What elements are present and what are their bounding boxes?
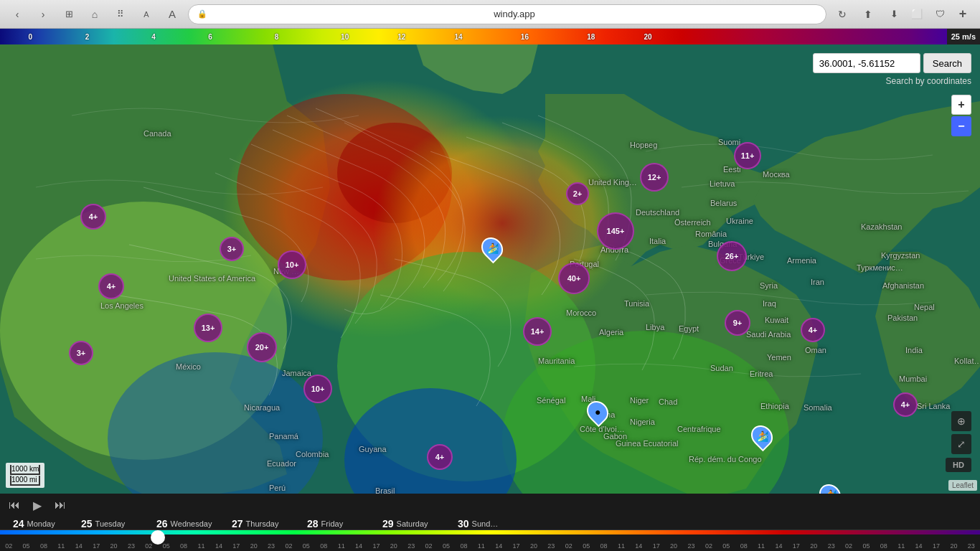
fullscreen-button[interactable]: ⤢ <box>951 434 971 454</box>
timeline-day-1: 25Tuesday <box>81 518 125 529</box>
apps-button[interactable]: ⠿ <box>110 4 131 24</box>
cluster-marker-c2[interactable]: 3+ <box>220 237 244 261</box>
font-larger-button[interactable]: A <box>162 4 182 24</box>
tick-label: 17 <box>933 542 940 550</box>
plus-button[interactable]: + <box>953 4 973 24</box>
reload-button[interactable]: ↻ <box>832 4 852 24</box>
home-button[interactable]: ⌂ <box>85 4 105 24</box>
tab-overview-button[interactable]: ⊞ <box>59 4 79 24</box>
sidebar-button[interactable]: ⬜ <box>907 4 927 24</box>
pin-marker-p1[interactable]: 🏄 <box>482 237 502 260</box>
tick-label: 05 <box>583 542 590 550</box>
cluster-marker-c18[interactable]: 4+ <box>801 318 825 342</box>
tick-label: 02 <box>565 542 573 550</box>
tick-label: 23 <box>128 542 135 550</box>
tick-label: 05 <box>443 542 450 550</box>
tick-label: 20 <box>810 542 817 550</box>
legend-bar: 0 2 4 6 8 10 12 14 16 18 20 25 m/s <box>0 29 980 44</box>
tick-label: 14 <box>355 542 362 550</box>
cluster-marker-c9[interactable]: 4+ <box>427 444 453 470</box>
tick-label: 08 <box>880 542 887 550</box>
tick-label: 02 <box>845 542 852 550</box>
attribution[interactable]: Leaflet <box>948 480 977 491</box>
back-button[interactable]: ‹ <box>7 4 27 24</box>
cluster-marker-c10[interactable]: 14+ <box>523 317 552 346</box>
shield-button[interactable]: 🛡 <box>930 4 950 24</box>
tick-label: 14 <box>775 542 782 550</box>
tick-label: 20 <box>670 542 677 550</box>
cluster-marker-c5[interactable]: 10+ <box>278 250 306 279</box>
cluster-marker-c16[interactable]: 26+ <box>717 241 747 271</box>
cluster-marker-c8[interactable]: 10+ <box>303 375 332 403</box>
legend-label-4: 4 <box>151 33 156 41</box>
timeline-cursor[interactable] <box>151 530 165 545</box>
legend-label-10: 10 <box>341 33 349 41</box>
map-controls: + − <box>951 95 971 136</box>
timeline-forward-button[interactable]: ⏭ <box>52 496 69 514</box>
tick-label: 23 <box>688 542 695 550</box>
tick-label: 08 <box>740 542 748 550</box>
legend-label-16: 16 <box>521 33 529 41</box>
cluster-marker-c11[interactable]: 40+ <box>558 263 590 294</box>
legend-label-8: 8 <box>275 33 279 41</box>
tick-label: 23 <box>828 542 835 550</box>
cluster-marker-c13[interactable]: 2+ <box>566 182 589 205</box>
tick-label: 05 <box>303 542 310 550</box>
address-bar[interactable]: 🔒 windy.app <box>188 4 826 24</box>
timeline: ⏮ ▶ ⏭ 24Monday25Tuesday26Wednesday27Thur… <box>0 494 980 551</box>
tick-label: 11 <box>618 542 625 550</box>
zoom-in-button[interactable]: + <box>951 95 971 115</box>
search-button[interactable]: Search <box>923 53 971 73</box>
timeline-day-2: 26Wednesday <box>156 518 212 529</box>
timeline-back-button[interactable]: ⏮ <box>6 496 23 514</box>
scale-box: 1000 km 1000 mi <box>6 463 44 488</box>
tick-label: 11 <box>338 542 345 550</box>
compass-button[interactable]: ⊕ <box>951 411 971 431</box>
tick-label: 14 <box>75 542 83 550</box>
zoom-out-button[interactable]: − <box>951 116 971 136</box>
wind-map <box>0 44 980 494</box>
tick-label: 02 <box>425 542 433 550</box>
tick-label: 17 <box>793 542 800 550</box>
font-smaller-button[interactable]: A <box>136 4 156 24</box>
pin-marker-p4[interactable]: 🏄 <box>820 484 840 494</box>
legend-label-18: 18 <box>587 33 595 41</box>
tick-label: 23 <box>268 542 275 550</box>
hd-button[interactable]: HD <box>946 458 971 472</box>
tick-label: 02 <box>145 542 152 550</box>
tick-label: 05 <box>163 542 170 550</box>
pin-marker-p3[interactable]: 🏄 <box>752 425 772 448</box>
tick-label: 14 <box>915 542 923 550</box>
tick-label: 02 <box>5 542 12 550</box>
tick-label: 11 <box>897 542 905 550</box>
pin-marker-p2[interactable]: ● <box>588 400 608 423</box>
timeline-day-6: 30Sund… <box>458 518 498 529</box>
cluster-marker-c19[interactable]: 4+ <box>893 392 918 417</box>
search-input[interactable] <box>813 53 920 73</box>
tick-label: 11 <box>478 542 485 550</box>
timeline-controls: ⏮ ▶ ⏭ <box>0 494 980 517</box>
cluster-marker-c15[interactable]: 11+ <box>734 142 761 169</box>
forward-button[interactable]: › <box>33 4 53 24</box>
browser-chrome: ‹ › ⊞ ⌂ ⠿ A A 🔒 windy.app ↻ ⬆ ⬇ ⬜ 🛡 + <box>0 0 980 29</box>
tick-label: 11 <box>198 542 205 550</box>
tick-label: 02 <box>705 542 712 550</box>
map-container[interactable]: CanadaUnited States of AmericaMéxicoNica… <box>0 44 980 494</box>
cluster-marker-c1[interactable]: 4+ <box>80 204 106 230</box>
tick-label: 17 <box>372 542 380 550</box>
cluster-marker-c7[interactable]: 20+ <box>247 332 277 362</box>
cluster-marker-c3[interactable]: 4+ <box>98 273 124 299</box>
cluster-marker-c12[interactable]: 145+ <box>597 212 634 250</box>
timeline-play-button[interactable]: ▶ <box>29 496 46 514</box>
download-button[interactable]: ⬇ <box>884 4 904 24</box>
cluster-marker-c6[interactable]: 13+ <box>194 314 222 342</box>
timeline-day-labels: 24Monday25Tuesday26Wednesday27Thursday28… <box>0 517 980 530</box>
tick-label: 05 <box>23 542 30 550</box>
search-box: Search <box>813 53 971 73</box>
cluster-marker-c4[interactable]: 3+ <box>69 341 93 365</box>
cluster-marker-c14[interactable]: 12+ <box>640 163 669 192</box>
cluster-marker-c17[interactable]: 9+ <box>725 310 750 336</box>
extra-controls: ⊕ ⤢ <box>951 411 971 454</box>
legend-label-2: 2 <box>85 33 90 41</box>
share-button[interactable]: ⬆ <box>858 4 878 24</box>
